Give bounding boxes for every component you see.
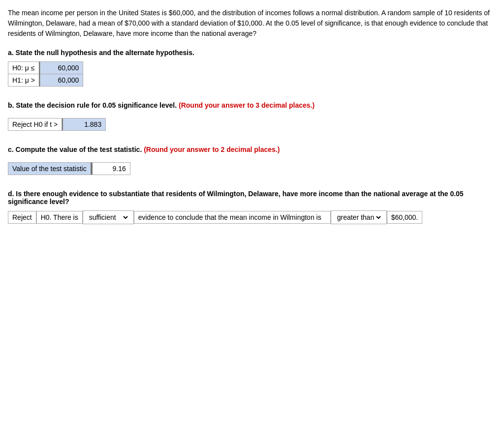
conclusion-cell-6: $60,000. [387, 211, 423, 224]
decision-rule-row: Reject H0 if t > [8, 118, 106, 131]
h0-input-cell[interactable] [40, 62, 83, 74]
reject-value-cell[interactable] [63, 118, 105, 130]
conclusion-text-4: evidence to conclude that the mean incom… [138, 213, 321, 221]
part-c-note: (Round your answer to 2 decimal places.) [144, 146, 280, 153]
conclusion-row: Reject H0. There is sufficient insuffici… [8, 210, 496, 224]
part-a-label: a. State the null hypothesis and the alt… [8, 49, 496, 57]
part-d-section: d. Is there enough evidence to substanti… [8, 190, 496, 224]
conclusion-cell-4: evidence to conclude that the mean incom… [134, 211, 331, 224]
part-c-label: c. Compute the value of the test statist… [8, 146, 496, 153]
conclusion-cell-1: Reject [8, 211, 36, 224]
hypothesis-table: H0: μ ≤ H1: μ > [8, 61, 83, 87]
part-c-label-text: c. Compute the value of the test statist… [8, 146, 142, 153]
part-d-label-text: d. Is there enough evidence to substanti… [8, 190, 464, 206]
conclusion-text-2: H0. There is [41, 213, 78, 221]
sufficient-select[interactable]: sufficient insufficient [87, 213, 129, 222]
h0-input[interactable] [44, 64, 79, 72]
part-b-section: b. State the decision rule for 0.05 sign… [8, 101, 496, 131]
part-d-label: d. Is there enough evidence to substanti… [8, 190, 496, 206]
h1-label-cell: H1: μ > [8, 74, 39, 87]
part-b-label: b. State the decision rule for 0.05 sign… [8, 101, 496, 109]
reject-value-input[interactable] [67, 120, 101, 128]
part-b-label-text: b. State the decision rule for 0.05 sign… [8, 101, 177, 109]
h0-label-text: H0: μ ≤ [12, 64, 34, 72]
h0-row: H0: μ ≤ [8, 62, 83, 74]
part-c-section: c. Compute the value of the test statist… [8, 146, 496, 175]
conclusion-cell-3[interactable]: sufficient insufficient [83, 210, 134, 224]
reject-label: Reject H0 if t > [8, 118, 62, 130]
conclusion-text-6: $60,000. [391, 213, 418, 221]
stat-label-text: Value of the test statistic [12, 165, 87, 173]
h1-label-text: H1: μ > [12, 76, 35, 84]
stat-value-input[interactable] [96, 165, 126, 173]
part-a-label-text: a. State the null hypothesis and the alt… [8, 49, 194, 57]
h1-input-cell[interactable] [40, 74, 83, 87]
conclusion-text-1: Reject [12, 213, 32, 221]
reject-label-text: Reject H0 if t > [12, 120, 58, 128]
h0-label-cell: H0: μ ≤ [8, 62, 39, 74]
part-b-note: (Round your answer to 3 decimal places.) [179, 101, 315, 109]
intro-paragraph: The mean income per person in the United… [8, 8, 496, 39]
stat-row: Value of the test statistic [8, 162, 130, 175]
stat-value-cell[interactable] [93, 163, 130, 175]
h1-row: H1: μ > [8, 74, 83, 87]
conclusion-cell-5[interactable]: greater than less than equal to [331, 210, 387, 224]
greater-less-select[interactable]: greater than less than equal to [335, 213, 382, 222]
part-a-section: a. State the null hypothesis and the alt… [8, 49, 496, 87]
stat-label-cell: Value of the test statistic [8, 163, 92, 175]
conclusion-cell-2: H0. There is [36, 211, 83, 224]
intro-text: The mean income per person in the United… [8, 9, 490, 37]
h1-input[interactable] [44, 76, 79, 84]
